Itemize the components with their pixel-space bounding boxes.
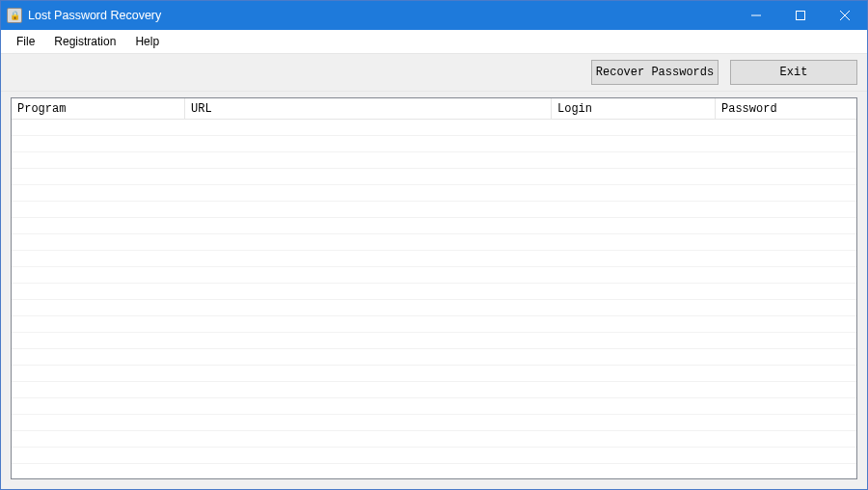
minimize-icon bbox=[751, 11, 761, 20]
column-header-password[interactable]: Password bbox=[716, 98, 856, 120]
close-button[interactable] bbox=[823, 1, 867, 30]
svg-rect-1 bbox=[797, 12, 805, 20]
minimize-button[interactable] bbox=[734, 1, 778, 30]
menu-registration[interactable]: Registration bbox=[44, 32, 125, 51]
close-icon bbox=[840, 11, 850, 20]
table-row bbox=[12, 382, 856, 398]
table-row bbox=[12, 185, 856, 202]
maximize-button[interactable] bbox=[778, 1, 823, 30]
menu-file[interactable]: File bbox=[7, 32, 44, 51]
titlebar: 🔒 Lost Password Recovery bbox=[1, 1, 867, 30]
table-row bbox=[12, 398, 856, 415]
window-title: Lost Password Recovery bbox=[28, 9, 161, 22]
table-row bbox=[12, 415, 856, 431]
table-row bbox=[12, 234, 856, 251]
table-body[interactable] bbox=[12, 120, 856, 478]
table-row bbox=[12, 300, 856, 316]
table-row bbox=[12, 251, 856, 267]
table-row bbox=[12, 431, 856, 448]
table-row bbox=[12, 464, 856, 478]
table-row bbox=[12, 333, 856, 349]
table-header: Program URL Login Password bbox=[12, 98, 856, 120]
table-row bbox=[12, 448, 856, 464]
results-table: Program URL Login Password bbox=[11, 97, 857, 479]
column-header-login[interactable]: Login bbox=[552, 98, 716, 120]
table-row bbox=[12, 202, 856, 218]
menu-help[interactable]: Help bbox=[125, 32, 169, 51]
table-row bbox=[12, 366, 856, 382]
app-icon: 🔒 bbox=[7, 8, 22, 23]
toolbar: Recover Passwords Exit bbox=[1, 53, 867, 92]
exit-button[interactable]: Exit bbox=[730, 60, 857, 85]
table-row bbox=[12, 316, 856, 333]
maximize-icon bbox=[796, 11, 805, 20]
table-row bbox=[12, 136, 856, 152]
table-row bbox=[12, 218, 856, 234]
column-header-program[interactable]: Program bbox=[12, 98, 185, 120]
table-row bbox=[12, 349, 856, 366]
table-row bbox=[12, 152, 856, 169]
content-area: Program URL Login Password bbox=[1, 92, 867, 489]
table-row bbox=[12, 120, 856, 136]
table-row bbox=[12, 267, 856, 284]
menubar: File Registration Help bbox=[1, 30, 867, 53]
recover-passwords-button[interactable]: Recover Passwords bbox=[591, 60, 719, 85]
table-row bbox=[12, 169, 856, 185]
table-row bbox=[12, 284, 856, 300]
column-header-url[interactable]: URL bbox=[185, 98, 552, 120]
